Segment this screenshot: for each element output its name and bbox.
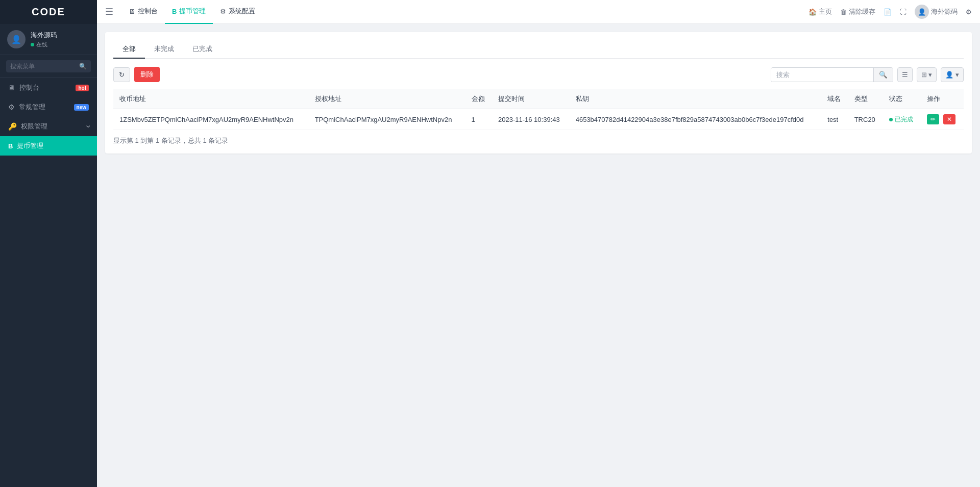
col-amount: 金额 xyxy=(465,89,492,109)
cell-receive-addr: 1ZSMbv5ZETPQmiChAaciPM7xgAU2myR9AENHwtNp… xyxy=(113,109,309,130)
topbar-home[interactable]: 🏠 主页 xyxy=(808,7,832,16)
status-dot xyxy=(31,43,34,46)
search-box[interactable]: 🔍 xyxy=(6,60,91,72)
topbar-clear-cache[interactable]: 🗑 清除缓存 xyxy=(840,7,875,16)
cell-action: ✏ ✕ xyxy=(921,109,964,130)
cell-auth-addr: TPQmiChAaciPM7xgAU2myR9AENHwtNpv2n xyxy=(309,109,465,130)
col-status: 状态 xyxy=(883,89,921,109)
cell-submit-time: 2023-11-16 10:39:43 xyxy=(492,109,570,130)
cell-private-key: 4653b470782d41422904a3e38e7fbf829a587474… xyxy=(570,109,822,130)
topbar-item-withdraw[interactable]: B 提币管理 xyxy=(165,0,213,24)
tab-incomplete[interactable]: 未完成 xyxy=(145,40,183,59)
col-private-key: 私钥 xyxy=(570,89,822,109)
sidebar-item-permission[interactable]: 🔑 权限管理 xyxy=(0,117,97,136)
col-receive-addr: 收币地址 xyxy=(113,89,309,109)
document-icon: 📄 xyxy=(884,8,892,16)
badge-hot: hot xyxy=(76,85,89,91)
search-icon: 🔍 xyxy=(79,63,87,70)
table-wrap: 收币地址 授权地址 金额 提交时间 私钥 域名 类型 状态 操作 xyxy=(113,89,964,130)
withdraw-icon: B xyxy=(8,142,13,150)
topbar-username: 海外源码 xyxy=(931,7,958,16)
search-button[interactable]: 🔍 xyxy=(873,68,893,82)
status-badge: 已完成 xyxy=(889,115,913,124)
main-card: 全部 未完成 已完成 ↻ 删除 🔍 ☰ ⊞ ▾ 👤 ▾ xyxy=(105,32,972,153)
toolbar-right: 🔍 ☰ ⊞ ▾ 👤 ▾ xyxy=(771,67,964,82)
topbar-nav: 🖥 控制台 B 提币管理 ⚙ 系统配置 xyxy=(121,0,808,24)
main: ☰ 🖥 控制台 B 提币管理 ⚙ 系统配置 🏠 主页 🗑 清除缓存 xyxy=(97,0,980,487)
general-icon: ⚙ xyxy=(8,103,15,111)
sidebar-item-general-label: 常规管理 xyxy=(19,102,45,112)
badge-new: new xyxy=(74,104,89,111)
topbar-user[interactable]: 👤 海外源码 xyxy=(915,5,958,19)
batch-delete-button[interactable]: 删除 xyxy=(134,67,160,82)
trash-icon: 🗑 xyxy=(840,8,847,16)
sidebar-item-dashboard[interactable]: 🖥 控制台 hot xyxy=(0,78,97,97)
sidebar-item-permission-label: 权限管理 xyxy=(21,122,47,131)
col-type: 类型 xyxy=(848,89,883,109)
list-view-button[interactable]: ☰ xyxy=(897,67,913,82)
user-area: 👤 海外源码 在线 xyxy=(0,24,97,55)
topbar-dashboard-label: 控制台 xyxy=(138,7,158,16)
avatar: 👤 xyxy=(7,30,26,48)
tab-bar: 全部 未完成 已完成 xyxy=(113,40,964,59)
sidebar-item-dashboard-label: 控制台 xyxy=(19,83,39,92)
topbar-withdraw-icon: B xyxy=(172,8,177,15)
cell-status: 已完成 xyxy=(883,109,921,130)
tab-all[interactable]: 全部 xyxy=(113,40,145,59)
refresh-button[interactable]: ↻ xyxy=(113,67,130,82)
pagination-info: 显示第 1 到第 1 条记录，总共 1 条记录 xyxy=(113,136,964,145)
home-icon: 🏠 xyxy=(808,8,817,16)
sidebar-nav: 🖥 控制台 hot ⚙ 常规管理 new 🔑 权限管理 B 提币管理 xyxy=(0,78,97,156)
search-wrap: 🔍 xyxy=(771,67,893,82)
topbar-settings[interactable]: ⚙ xyxy=(966,8,972,16)
topbar-doc-icon[interactable]: 📄 xyxy=(884,8,892,16)
expand-icon: ⛶ xyxy=(900,8,906,16)
topbar-withdraw-label: 提币管理 xyxy=(179,7,206,16)
tab-complete[interactable]: 已完成 xyxy=(183,40,222,59)
content: 全部 未完成 已完成 ↻ 删除 🔍 ☰ ⊞ ▾ 👤 ▾ xyxy=(97,24,980,487)
search-input[interactable] xyxy=(771,68,873,82)
settings-icon: ⚙ xyxy=(966,8,972,16)
search-area: 🔍 xyxy=(0,55,97,78)
permission-icon: 🔑 xyxy=(8,122,17,131)
sidebar-logo: CODE xyxy=(0,0,97,24)
grid-view-button[interactable]: ⊞ ▾ xyxy=(917,67,937,82)
col-domain: 域名 xyxy=(821,89,848,109)
topbar: ☰ 🖥 控制台 B 提币管理 ⚙ 系统配置 🏠 主页 🗑 清除缓存 xyxy=(97,0,980,24)
col-action: 操作 xyxy=(921,89,964,109)
topbar-right: 🏠 主页 🗑 清除缓存 📄 ⛶ 👤 海外源码 ⚙ xyxy=(808,5,972,19)
sidebar-item-general[interactable]: ⚙ 常规管理 new xyxy=(0,97,97,117)
home-label: 主页 xyxy=(819,7,832,16)
table-row: 1ZSMbv5ZETPQmiChAaciPM7xgAU2myR9AENHwtNp… xyxy=(113,109,964,130)
data-table: 收币地址 授权地址 金额 提交时间 私钥 域名 类型 状态 操作 xyxy=(113,89,964,130)
cell-amount: 1 xyxy=(465,109,492,130)
cell-domain: test xyxy=(821,109,848,130)
cell-type: TRC20 xyxy=(848,109,883,130)
topbar-dashboard-icon: 🖥 xyxy=(129,8,135,15)
topbar-item-sysconfig[interactable]: ⚙ 系统配置 xyxy=(213,0,262,24)
column-settings-button[interactable]: 👤 ▾ xyxy=(941,67,964,82)
clear-cache-label: 清除缓存 xyxy=(849,7,875,16)
topbar-sysconfig-icon: ⚙ xyxy=(220,8,226,15)
user-status: 在线 xyxy=(31,41,57,48)
topbar-avatar: 👤 xyxy=(915,5,929,19)
sidebar-item-withdraw[interactable]: B 提币管理 xyxy=(0,136,97,156)
dashboard-icon: 🖥 xyxy=(8,84,15,92)
sidebar-item-withdraw-label: 提币管理 xyxy=(17,141,43,150)
hamburger-icon[interactable]: ☰ xyxy=(105,6,113,17)
user-name: 海外源码 xyxy=(31,31,57,40)
sidebar-search-input[interactable] xyxy=(10,63,76,70)
user-info: 海外源码 在线 xyxy=(31,31,57,48)
col-auth-addr: 授权地址 xyxy=(309,89,465,109)
toolbar: ↻ 删除 🔍 ☰ ⊞ ▾ 👤 ▾ xyxy=(113,67,964,82)
topbar-expand-icon[interactable]: ⛶ xyxy=(900,8,906,16)
delete-button[interactable]: ✕ xyxy=(943,114,955,124)
col-submit-time: 提交时间 xyxy=(492,89,570,109)
topbar-sysconfig-label: 系统配置 xyxy=(229,7,255,16)
edit-button[interactable]: ✏ xyxy=(927,114,939,124)
topbar-item-dashboard[interactable]: 🖥 控制台 xyxy=(121,0,165,24)
sidebar: CODE 👤 海外源码 在线 🔍 🖥 控制台 hot ⚙ 常规管理 new xyxy=(0,0,97,487)
